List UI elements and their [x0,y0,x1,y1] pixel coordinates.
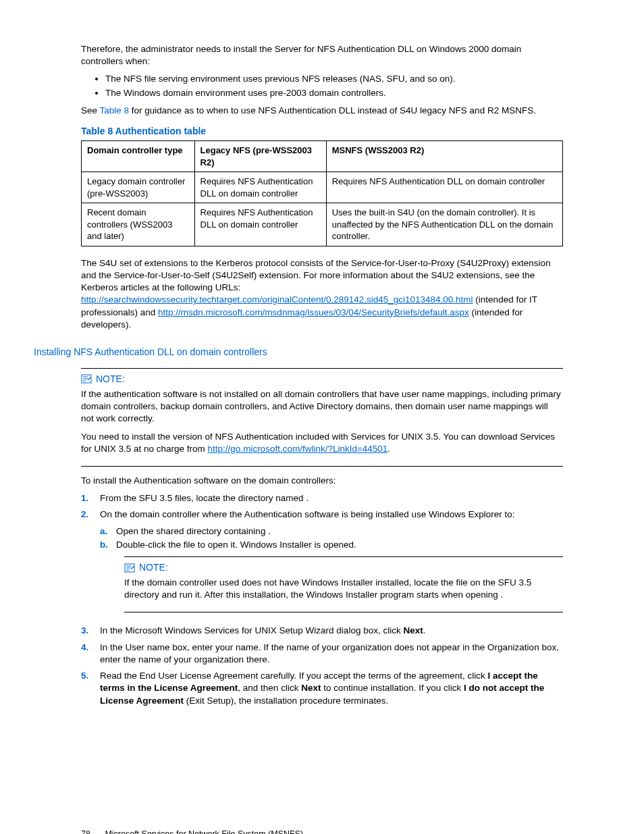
step-item: 1. From the SFU 3.5 files, locate the di… [81,492,563,504]
external-link[interactable]: http://go.microsoft.com/fwlink/?LinkId=4… [208,444,388,454]
section-heading: Installing NFS Authentication DLL on dom… [34,346,563,359]
external-link[interactable]: http://msdn.microsoft.com/msdnmag/issues… [158,307,469,317]
footer-title: Microsoft Services for Network File Syst… [105,829,303,834]
step-number: 3. [81,625,100,637]
step-item: 5. Read the End User License Agreement c… [81,670,563,707]
step-number: 4. [81,642,100,666]
sub-step-item: a. Open the shared directory containing … [100,525,563,538]
note-icon [124,563,135,573]
note-label: NOTE: [81,373,563,386]
page-footer: 78 Microsoft Services for Network File S… [81,829,563,834]
intro-paragraph: Therefore, the administrator needs to in… [81,43,563,68]
table-caption: Table 8 Authentication table [81,125,563,138]
external-link[interactable]: http://searchwindowssecurity.techtarget.… [81,294,473,305]
sub-step-letter: a. [100,525,116,538]
step-item: 3. In the Microsoft Windows Services for… [81,625,563,637]
intro-bullets: The NFS file serving environment uses pr… [81,73,563,99]
bullet-item: The NFS file serving environment uses pr… [105,73,563,85]
step-item: 2. On the domain controller where the Au… [81,509,563,621]
note-label: NOTE: [124,561,563,574]
authentication-table: Domain controller type Legacy NFS (pre-W… [81,140,563,246]
note-block: NOTE: If the authentication software is … [81,368,563,467]
step-item: 4. In the User name box, enter your name… [81,642,563,666]
bullet-item: The Windows domain environment uses pre-… [105,87,563,99]
table-header: Legacy NFS (pre-WSS2003 R2) [194,140,326,172]
table-ref-link[interactable]: Table 8 [100,105,130,115]
step-number: 1. [81,492,100,504]
note-block: NOTE: If the domain controller used does… [124,556,563,613]
sub-step-item: b. Double-click the file to open it. Win… [100,539,563,551]
table-row: Recent domain controllers (WSS2003 and l… [82,203,563,246]
install-intro: To install the Authentication software o… [81,475,563,487]
install-steps: 1. From the SFU 3.5 files, locate the di… [81,492,563,707]
note-text: If the authentication software is not in… [81,388,563,425]
sub-step-letter: b. [100,539,116,551]
table-header: Domain controller type [82,140,195,172]
sub-steps: a. Open the shared directory containing … [100,525,563,551]
table-row: Legacy domain controller (pre-WSS2003) R… [82,172,563,203]
step-number: 2. [81,509,100,621]
step-number: 5. [81,670,100,707]
page-number: 78 [81,829,90,834]
note-icon [81,374,92,384]
s4u-paragraph: The S4U set of extensions to the Kerbero… [81,257,563,331]
table-header: MSNFS (WSS2003 R2) [326,140,562,172]
note-text: If the domain controller used does not h… [124,577,563,601]
note-text: You need to install the version of NFS A… [81,431,563,455]
see-table-paragraph: See Table 8 for guidance as to when to u… [81,105,563,117]
